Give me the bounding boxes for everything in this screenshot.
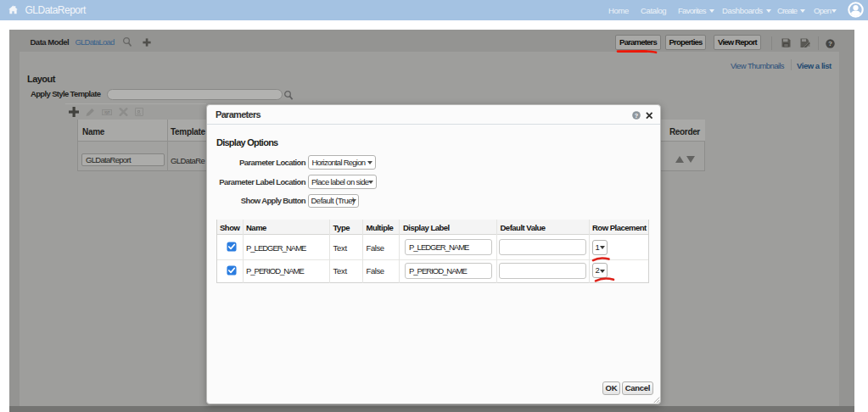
svg-text:?: ? bbox=[828, 40, 832, 47]
svg-text:?: ? bbox=[635, 112, 639, 120]
